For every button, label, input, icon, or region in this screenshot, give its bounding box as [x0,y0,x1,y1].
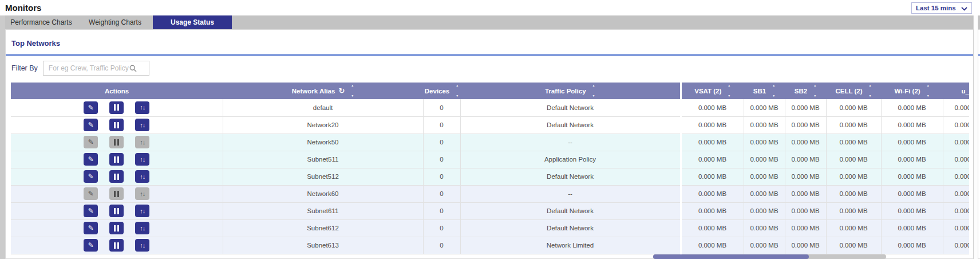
table-row: ✎ ↑↓ default 0 Default Network 0.000 MB … [11,99,969,116]
traffic-shaping-button[interactable]: ↑↓ [135,101,149,114]
devices-cell: 0 [423,116,460,134]
edit-button[interactable]: ✎ [84,205,98,217]
sort-arrows[interactable]: ▲▼ [869,84,872,97]
table-row: ✎ ↑↓ Subnet611 0 Default Network 0.000 M… [11,202,969,219]
pause-icon [113,208,120,214]
pause-button[interactable] [109,170,124,183]
actions-cell: ✎ ↑↓ [11,99,223,116]
column-header-actions: Actions [11,83,223,99]
tab-usage-status[interactable]: Usage Status [153,15,232,29]
usage-cell-wifi: 0.000 MB [881,134,943,151]
devices-cell: 0 [423,219,460,237]
column-header-u-et[interactable]: u_Et [943,83,969,99]
usage-cell-u-et: 0.000 MB [943,219,969,237]
up-down-arrows-icon: ↑↓ [140,242,145,249]
traffic-shaping-button: ↑↓ [135,136,149,148]
up-down-arrows-icon: ↑↓ [140,104,145,111]
devices-cell: 0 [423,168,460,185]
pause-button[interactable] [109,101,124,114]
traffic-shaping-button[interactable]: ↑↓ [135,222,149,234]
vertical-scrollbar[interactable] [973,15,978,259]
network-alias-cell: default [223,99,423,116]
pause-button[interactable] [109,205,124,217]
pause-button[interactable] [109,222,124,234]
traffic-shaping-button[interactable]: ↑↓ [135,205,149,217]
tab-strip: Performance Charts Weighting Charts Usag… [5,15,980,29]
table-row: ✎ ↑↓ Network20 0 Default Network 0.000 M… [11,116,969,134]
edit-button[interactable]: ✎ [84,101,98,114]
edit-button[interactable]: ✎ [84,153,98,166]
sort-arrows[interactable]: ▲▼ [728,84,730,97]
actions-cell: ✎ ↑↓ [11,219,223,237]
edit-button[interactable]: ✎ [84,222,98,234]
edit-button[interactable]: ✎ [84,239,98,252]
traffic-policy-cell: Default Network [460,99,681,116]
table-row: ✎ ↑↓ Subnet512 0 Default Network 0.000 M… [11,168,969,185]
usage-cell-wifi: 0.000 MB [881,237,943,254]
edit-icon: ✎ [88,207,94,214]
sort-arrows[interactable]: ▲▼ [772,84,775,97]
usage-cell-sb1: 0.000 MB [744,99,785,116]
usage-cell-vsat: 0.000 MB [681,99,744,116]
up-down-arrows-icon: ↑↓ [140,174,145,180]
column-header-cell[interactable]: CELL (2) ▲▼ [826,83,881,99]
horizontal-scrollbar[interactable] [653,254,886,259]
table-row: ✎ ↑↓ Subnet511 0 Application Policy 0.00… [11,151,969,168]
edit-icon: ✎ [88,190,94,197]
traffic-shaping-button: ↑↓ [135,187,149,200]
table-header-row: Actions Network Alias ↻ ▲▼ Devices ▲▼ [11,83,969,99]
edit-button[interactable]: ✎ [84,119,98,131]
usage-cell-wifi: 0.000 MB [881,116,943,134]
column-header-sb2[interactable]: SB2 ▲▼ [785,83,826,99]
refresh-icon[interactable]: ↻ [338,87,345,95]
edit-icon: ✎ [88,225,94,231]
network-alias-cell: Network50 [223,134,423,151]
traffic-shaping-button[interactable]: ↑↓ [135,119,149,131]
pause-button[interactable] [109,119,124,131]
column-header-wifi[interactable]: Wi-Fi (2) ▲▼ [881,83,943,99]
devices-cell: 0 [423,185,460,202]
usage-cell-wifi: 0.000 MB [881,219,943,237]
traffic-shaping-button[interactable]: ↑↓ [135,239,149,252]
traffic-shaping-button[interactable]: ↑↓ [135,153,149,166]
usage-cell-sb1: 0.000 MB [744,151,785,168]
table-row: ✎ ↑↓ Subnet613 0 Network Limited 0.000 M… [11,237,969,254]
devices-cell: 0 [423,202,460,219]
search-icon[interactable] [129,64,137,74]
edit-icon: ✎ [88,104,94,111]
sort-arrows[interactable]: ▲▼ [592,84,595,97]
pause-button[interactable] [109,153,124,166]
pause-icon [113,122,120,128]
tab-weighting-charts[interactable]: Weighting Charts [77,15,153,29]
usage-cell-u-et: 0.000 MB [943,168,969,185]
usage-cell-sb1: 0.000 MB [744,116,785,134]
sort-arrows[interactable]: ▲▼ [456,84,459,97]
section-header: Top Networks [6,30,980,56]
pause-icon [113,156,120,163]
usage-cell-wifi: 0.000 MB [881,168,943,185]
filter-by-label: Filter By [11,64,38,72]
column-header-sb1[interactable]: SB1 ▲▼ [744,83,785,99]
up-down-arrows-icon: ↑↓ [140,191,145,197]
horizontal-scrollbar-thumb[interactable] [653,254,809,259]
usage-cell-sb2: 0.000 MB [785,134,826,151]
sort-arrows[interactable]: ▲▼ [813,84,816,97]
edit-icon: ✎ [88,156,94,163]
column-header-network-alias[interactable]: Network Alias ↻ ▲▼ [223,83,423,99]
actions-cell: ✎ ↑↓ [11,237,223,254]
traffic-shaping-button[interactable]: ↑↓ [135,170,149,183]
pause-button[interactable] [109,239,124,252]
traffic-policy-cell: Default Network [460,202,681,219]
usage-cell-sb2: 0.000 MB [785,219,826,237]
column-header-devices[interactable]: Devices ▲▼ [423,83,460,99]
usage-cell-cell: 0.000 MB [826,116,881,134]
time-range-select[interactable]: Last 15 mins [911,2,972,14]
column-header-traffic-policy[interactable]: Traffic Policy ▲▼ [460,83,681,99]
edit-button[interactable]: ✎ [84,170,98,183]
usage-cell-u-et: 0.000 MB [943,151,969,168]
column-header-vsat[interactable]: VSAT (2) ▲▼ [681,83,744,99]
tab-performance-charts[interactable]: Performance Charts [5,15,77,29]
sort-arrows[interactable]: ▲▼ [351,84,354,97]
sort-arrows[interactable]: ▲▼ [927,84,930,97]
devices-cell: 0 [423,237,460,254]
